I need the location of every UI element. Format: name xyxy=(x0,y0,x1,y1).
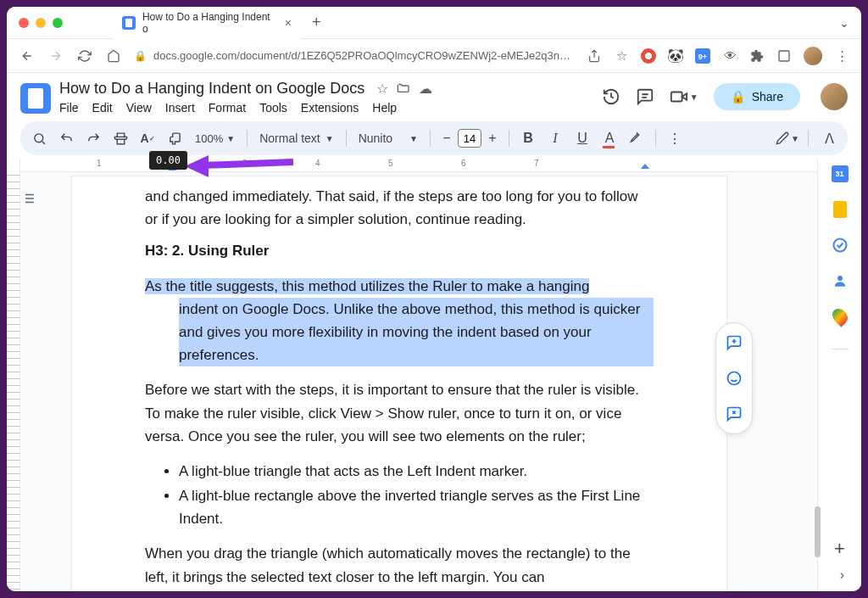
document-page[interactable]: and changed immediately. That said, if t… xyxy=(71,176,727,591)
share-label: Share xyxy=(752,90,783,103)
keep-icon[interactable] xyxy=(832,201,849,218)
menu-tools[interactable]: Tools xyxy=(259,101,287,115)
svg-rect-3 xyxy=(671,92,682,102)
chevron-down-icon: ▼ xyxy=(326,134,334,143)
editing-mode-icon[interactable]: ▼ xyxy=(776,126,799,150)
suggest-edit-icon[interactable] xyxy=(721,401,747,427)
print-icon[interactable] xyxy=(108,126,132,150)
redo-icon[interactable] xyxy=(81,126,105,150)
zoom-select[interactable]: 100% ▼ xyxy=(190,132,240,145)
video-call-icon[interactable]: ▼ xyxy=(670,87,698,106)
fontsize-input[interactable] xyxy=(458,129,481,148)
address-bar: 🔒 docs.google.com/document/d/1EZ6Q52PROa… xyxy=(7,39,861,73)
chevron-down-icon: ▼ xyxy=(226,134,235,143)
home-button[interactable] xyxy=(105,48,122,64)
menu-format[interactable]: Format xyxy=(209,101,246,115)
menu-file[interactable]: File xyxy=(59,101,79,115)
undo-icon[interactable] xyxy=(54,126,78,150)
floating-comment-actions xyxy=(715,322,753,434)
list-item: A light-blue triangle that acts as the L… xyxy=(179,460,654,483)
minimize-window-button[interactable] xyxy=(36,18,46,28)
menu-edit[interactable]: Edit xyxy=(92,101,113,115)
collapse-toolbar-icon[interactable]: ᐱ xyxy=(817,126,841,150)
browser-tab[interactable]: How to Do a Hanging Indent o × xyxy=(114,7,300,40)
paragraph: and changed immediately. That said, if t… xyxy=(145,185,654,231)
vertical-ruler[interactable] xyxy=(7,159,20,591)
list-item: A light-blue rectangle above the inverte… xyxy=(179,484,654,530)
svg-point-4 xyxy=(34,133,42,142)
new-tab-button[interactable]: + xyxy=(312,14,321,31)
share-icon[interactable] xyxy=(587,48,602,64)
share-button[interactable]: 🔒 Share xyxy=(714,83,800,110)
svg-rect-0 xyxy=(779,51,789,61)
menu-help[interactable]: Help xyxy=(372,101,397,115)
menu-bar: File Edit View Insert Format Tools Exten… xyxy=(59,101,602,115)
extension-3-icon[interactable]: 9+ xyxy=(695,48,710,64)
close-window-button[interactable] xyxy=(19,18,29,28)
extensions-icon[interactable] xyxy=(749,48,765,64)
cloud-status-icon[interactable]: ☁ xyxy=(419,81,432,97)
bold-icon[interactable]: B xyxy=(516,126,540,150)
chevron-down-icon: ▼ xyxy=(409,134,418,143)
extension-2-icon[interactable]: 🐼 xyxy=(668,48,683,64)
reload-button[interactable] xyxy=(76,48,93,64)
font-select[interactable]: Nunito ▼ xyxy=(353,131,423,145)
url-text: docs.google.com/document/d/1EZ6Q52PROaOQ… xyxy=(153,49,575,62)
paragraph: When you drag the triangle (which automa… xyxy=(145,542,654,588)
increase-fontsize-button[interactable]: + xyxy=(483,129,502,148)
docs-logo-icon[interactable] xyxy=(20,83,51,114)
comments-icon[interactable] xyxy=(636,87,654,106)
scrollbar-thumb[interactable] xyxy=(815,506,821,557)
add-addon-icon[interactable]: + xyxy=(832,540,849,557)
decrease-fontsize-button[interactable]: − xyxy=(437,129,456,148)
underline-icon[interactable]: U xyxy=(570,126,594,150)
annotation-arrow xyxy=(185,154,295,179)
more-toolbar-icon[interactable]: ⋮ xyxy=(663,126,687,150)
profile-avatar-icon[interactable] xyxy=(804,47,822,65)
traffic-lights xyxy=(19,18,63,28)
paragraph-style-select[interactable]: Normal text ▼ xyxy=(254,131,338,145)
tab-overview-icon[interactable] xyxy=(776,48,792,64)
tab-title: How to Do a Hanging Indent o xyxy=(142,11,278,35)
contacts-icon[interactable] xyxy=(832,272,849,289)
right-indent-marker[interactable] xyxy=(641,164,649,169)
bullet-list: A light-blue triangle that acts as the L… xyxy=(179,460,654,531)
add-comment-icon[interactable] xyxy=(721,330,747,355)
docs-favicon xyxy=(122,16,136,30)
fullscreen-window-button[interactable] xyxy=(53,18,63,28)
star-icon[interactable]: ☆ xyxy=(614,48,629,64)
search-icon[interactable] xyxy=(27,126,51,150)
tabs-overflow-icon[interactable]: ⌄ xyxy=(839,16,849,30)
chrome-menu-icon[interactable]: ⋮ xyxy=(834,48,849,64)
horizontal-ruler[interactable]: 1 2 3 4 5 6 7 xyxy=(20,159,817,172)
close-tab-icon[interactable]: × xyxy=(285,16,292,30)
highlight-icon[interactable] xyxy=(625,126,648,150)
ruler-tooltip: 0.00 xyxy=(149,151,187,170)
svg-point-13 xyxy=(837,276,843,281)
maps-icon[interactable] xyxy=(832,308,849,325)
spellcheck-icon[interactable]: A✓ xyxy=(136,126,159,150)
emoji-reaction-icon[interactable] xyxy=(721,366,747,391)
hide-panel-icon[interactable]: › xyxy=(840,567,844,583)
calendar-icon[interactable]: 31 xyxy=(832,165,849,182)
menu-view[interactable]: View xyxy=(126,101,152,115)
forward-button[interactable] xyxy=(47,48,64,64)
back-button[interactable] xyxy=(19,48,36,64)
extension-4-icon[interactable]: 👁 xyxy=(722,48,737,64)
italic-icon[interactable]: I xyxy=(543,126,567,150)
lock-icon: 🔒 xyxy=(134,50,147,62)
star-document-icon[interactable]: ☆ xyxy=(376,81,388,97)
menu-insert[interactable]: Insert xyxy=(165,101,195,115)
account-avatar[interactable] xyxy=(821,83,848,110)
history-icon[interactable] xyxy=(602,87,620,106)
move-document-icon[interactable] xyxy=(397,81,410,97)
paint-format-icon[interactable] xyxy=(163,126,186,150)
tasks-icon[interactable] xyxy=(832,237,849,254)
url-display[interactable]: 🔒 docs.google.com/document/d/1EZ6Q52PROa… xyxy=(134,49,575,62)
menu-extensions[interactable]: Extensions xyxy=(301,101,359,115)
text-color-icon[interactable]: A xyxy=(598,126,621,150)
paragraph: Before we start with the steps, it is im… xyxy=(145,378,654,448)
outline-toggle-icon[interactable] xyxy=(20,176,54,591)
document-title[interactable]: How to Do a Hanging Indent on Google Doc… xyxy=(59,80,364,98)
extension-1-icon[interactable] xyxy=(641,48,656,64)
